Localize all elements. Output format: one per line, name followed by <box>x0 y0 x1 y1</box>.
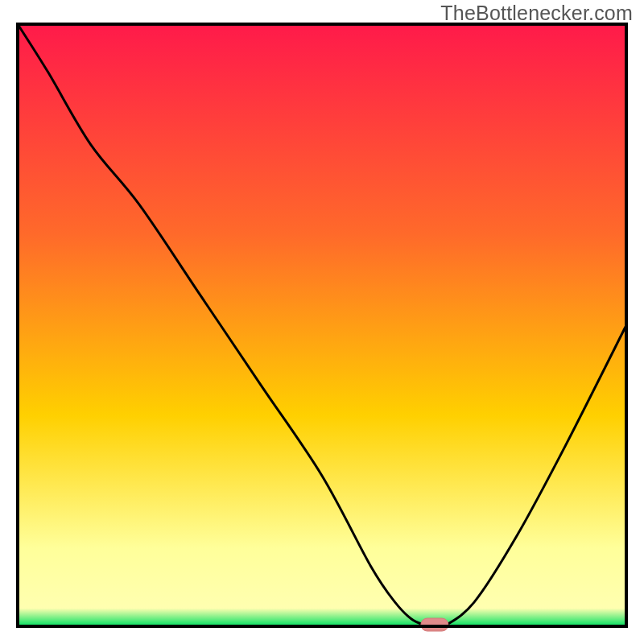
gradient-background <box>18 24 626 626</box>
bottleneck-chart <box>0 0 644 644</box>
watermark-label: TheBottlenecker.com <box>440 2 633 25</box>
chart-container: { "watermark": "TheBottlenecker.com", "c… <box>0 0 644 644</box>
